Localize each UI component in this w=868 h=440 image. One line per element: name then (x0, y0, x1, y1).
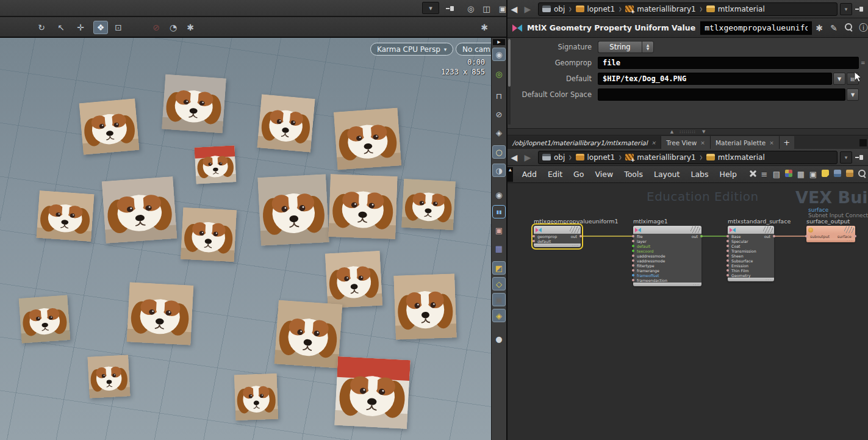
input-dot[interactable] (726, 235, 729, 237)
input-dot[interactable] (726, 240, 729, 242)
network-editor[interactable]: Education Edition VEX Builde mtlxgeompro… (508, 183, 868, 440)
colorspace-field[interactable] (598, 88, 845, 101)
info-icon[interactable]: ⓘ (856, 23, 868, 34)
sticky-note-icon[interactable] (819, 170, 831, 179)
lock-icon[interactable]: ⊓ (492, 89, 506, 103)
forward-button[interactable]: ▶ (521, 153, 534, 162)
input-dot[interactable] (805, 235, 808, 237)
path-dropdown[interactable]: ▾ (840, 3, 852, 15)
stow-arrow-icon[interactable]: ▶ (493, 39, 505, 45)
flipbook-icon[interactable]: ◔ (166, 21, 181, 34)
input-dot[interactable] (533, 235, 535, 237)
select-objects-icon[interactable]: ❖ (93, 21, 108, 34)
renderer-pill[interactable]: Karma CPU Persp ▾ (370, 43, 453, 56)
tools-wrench-icon[interactable] (746, 170, 758, 179)
layout-grid-icon[interactable]: ▦ (795, 170, 807, 179)
input-dot[interactable] (632, 259, 634, 262)
input-dot[interactable] (632, 264, 634, 267)
dog-card[interactable] (79, 98, 139, 155)
input-dot[interactable] (726, 269, 729, 272)
dog-card[interactable] (334, 107, 401, 170)
spinner-icon[interactable]: ▲▼ (642, 41, 654, 53)
path-dropdown[interactable]: ▾ (840, 151, 852, 164)
default-field[interactable] (598, 73, 832, 85)
white-square-icon[interactable]: ▣ (499, 4, 506, 13)
material-sphere-icon[interactable]: ◑ (492, 164, 506, 177)
gear-box-icon[interactable]: ✱ (183, 21, 198, 34)
dog-card[interactable] (334, 356, 411, 429)
network-search-icon[interactable] (856, 170, 868, 179)
node-mtlximage1[interactable]: fileoutlayerdefaulttexcoorduaddressmodev… (633, 226, 701, 286)
default-dropdown[interactable]: ▼ (833, 73, 845, 85)
dog-card[interactable] (257, 174, 329, 246)
image-add-icon[interactable] (831, 170, 844, 179)
dog-card[interactable] (127, 282, 194, 345)
dog-card[interactable] (401, 179, 456, 230)
breadcrumb-item-lopnet1[interactable]: lopnet1 (576, 5, 615, 13)
node-surface_output[interactable]: suboutputsurface··· (806, 226, 855, 242)
input-dot[interactable] (632, 245, 634, 247)
breadcrumb-item-obj[interactable]: obj (542, 5, 565, 13)
scene-box-icon[interactable]: ▦ (492, 242, 506, 255)
colorspace-dropdown[interactable]: ▼ (847, 88, 859, 101)
dog-card[interactable] (87, 355, 130, 398)
zoom-box-icon[interactable]: ⊡ (111, 21, 126, 34)
input-dot[interactable] (632, 254, 634, 257)
forward-button[interactable]: ▶ (521, 4, 534, 14)
scene-viewport[interactable]: Karma CPU Persp ▾ No cam ▾ 0:00 1233 x 8… (0, 38, 491, 440)
menu-tools[interactable]: Tools (619, 170, 648, 179)
dog-card[interactable] (393, 273, 457, 339)
input-dot[interactable] (632, 240, 634, 242)
pane-splitter[interactable]: ▲ :::::::: ▼ (508, 128, 868, 135)
output-dot[interactable] (773, 235, 775, 237)
input-dot[interactable] (726, 259, 729, 262)
splitter-up-icon[interactable]: ▲ (670, 129, 673, 134)
shapes-icon[interactable]: ◩ (492, 261, 506, 275)
pin-icon[interactable] (445, 4, 455, 13)
search-icon[interactable] (841, 23, 856, 33)
pin-icon[interactable] (855, 153, 864, 162)
dog-card[interactable] (36, 190, 94, 242)
input-dot[interactable] (533, 240, 535, 242)
move-tool-icon[interactable]: ✛ (73, 21, 88, 34)
dog-card[interactable] (162, 74, 226, 134)
geomprop-field[interactable] (598, 57, 859, 69)
input-dot[interactable] (726, 254, 729, 257)
signature-dropdown[interactable]: String ▲▼ (598, 41, 654, 53)
menu-add[interactable]: Add (517, 170, 542, 179)
lasso-select-icon[interactable]: ◇ (492, 277, 506, 290)
node-flags[interactable] (690, 226, 700, 233)
brush-icon[interactable]: ✎ (827, 23, 841, 33)
node-flags[interactable] (763, 226, 773, 233)
tab--obj-lopnet-materiallibrary-mtlxmaterial[interactable]: /obj/lopnet1/materiallibrary1/mtlxmateri… (508, 136, 661, 149)
menu-layout[interactable]: Layout (648, 170, 686, 179)
light-diamond-icon[interactable]: ◈ (492, 126, 506, 139)
splitter-grip[interactable]: :::::::: (680, 129, 696, 134)
input-dot[interactable] (632, 274, 634, 276)
gallery-box-icon[interactable] (844, 170, 856, 179)
tab-tree-view[interactable]: Tree View× (661, 136, 711, 149)
dog-card[interactable] (102, 176, 178, 243)
back-button[interactable]: ◀ (508, 4, 521, 14)
new-tab-button[interactable]: + (780, 136, 794, 149)
input-dot[interactable] (726, 245, 729, 247)
breadcrumb[interactable]: obj›lopnet1›materiallibrary1›mtlxmateria… (538, 2, 838, 16)
input-dot[interactable] (726, 250, 729, 252)
cube-icon[interactable]: ◫ (482, 4, 490, 13)
headlight-off-icon[interactable]: ⊘ (492, 107, 506, 121)
tab-close-icon[interactable]: × (700, 140, 705, 146)
menu-view[interactable]: View (589, 170, 619, 179)
dog-card[interactable] (181, 207, 237, 262)
breadcrumb[interactable]: obj›lopnet1›materiallibrary1›mtlxmateria… (538, 151, 838, 164)
ladder-handle-icon[interactable]: ≡ (861, 60, 866, 66)
pin-icon[interactable] (855, 5, 864, 13)
dog-card[interactable] (274, 300, 342, 368)
display-options-icon[interactable]: ✱ (477, 21, 492, 34)
default-light-icon[interactable]: ○ (492, 145, 506, 159)
color-palette-icon[interactable] (783, 170, 795, 179)
tree-view-icon[interactable]: ≡ (758, 170, 770, 179)
breadcrumb-item-lopnet1[interactable]: lopnet1 (576, 153, 615, 162)
snap-disabled-icon[interactable]: ⊘ (149, 21, 163, 34)
menu-labs[interactable]: Labs (685, 170, 714, 179)
render-region-icon[interactable]: ◎ (492, 67, 506, 81)
